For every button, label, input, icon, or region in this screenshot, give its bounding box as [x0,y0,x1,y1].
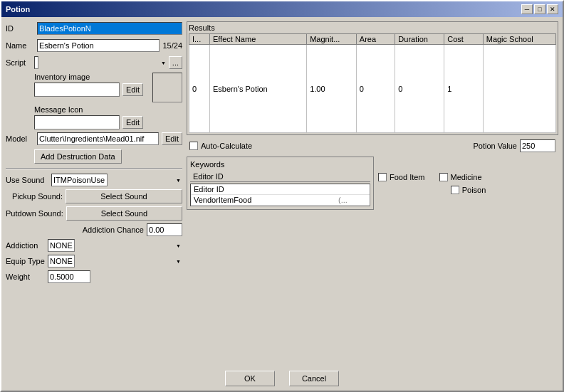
result-effect: Esbern's Potion [209,45,306,133]
results-col-effect: Effect Name [209,34,306,45]
keywords-col-editor-id: Editor ID [193,172,325,181]
use-sound-label: Use Sound [6,176,48,184]
addiction-label: Addiction [6,241,45,250]
putdown-sound-label: Putdown Sound: [6,209,63,218]
result-school [483,45,555,133]
results-group: Results I... Effect Name Magnit... Area … [187,21,558,135]
message-section: Message Icon Edit [6,105,182,129]
name-count: 15/24 [162,41,182,50]
table-row[interactable]: 0 Esbern's Potion 1.00 0 0 1 [189,45,556,133]
results-col-cost: Cost [444,34,483,45]
addiction-chance-input[interactable] [147,223,182,236]
keywords-col-extra [339,172,367,181]
name-row: Name 15/24 [6,38,182,53]
checkboxes-panel: Food Item Medicine Poison [378,157,558,210]
id-row: ID [6,21,182,36]
script-browse-button[interactable]: ... [169,56,182,69]
putdown-sound-button[interactable]: Select Sound [66,206,182,221]
script-row: Script ... [6,55,182,70]
keywords-title: Keywords [190,160,370,169]
cancel-button[interactable]: Cancel [289,371,339,386]
inventory-label: Inventory image [34,73,150,81]
right-panel: Results I... Effect Name Magnit... Area … [187,21,558,362]
message-label: Message Icon [34,105,182,114]
maximize-button[interactable]: □ [534,4,545,14]
auto-calc-row: Auto-Calculate Potion Value [187,138,558,154]
potion-value-row: Potion Value [473,139,555,152]
window-controls: ─ □ ✕ [521,4,558,14]
use-sound-dropdown-wrapper: ITMPoisonUse [51,174,182,186]
results-table: I... Effect Name Magnit... Area Duration… [189,33,556,133]
keyword-vendor-food: VendorItemFood [194,196,324,204]
addiction-chance-label: Addiction Chance [83,226,144,234]
footer: OK Cancel [1,366,563,391]
results-col-dur: Duration [395,34,444,45]
equip-type-row: Equip Type NONE [6,255,182,267]
inventory-image-input[interactable] [34,83,120,97]
id-label: ID [6,24,34,33]
food-item-checkbox-item: Food Item [378,173,425,181]
equip-type-label: Equip Type [6,257,45,265]
keywords-list[interactable]: Editor ID VendorItemFood (... [190,184,370,206]
medicine-checkbox[interactable] [439,173,448,181]
keywords-header: Editor ID [190,171,370,182]
id-input[interactable] [37,22,182,35]
potion-value-input[interactable] [520,139,555,152]
poison-checkbox-item: Poison [451,186,486,194]
window-content: ID Name 15/24 Script ... Inventory i [1,17,563,366]
food-item-label: Food Item [390,173,425,181]
title-bar: Potion ─ □ ✕ [1,1,563,17]
script-dropdown-wrapper [34,56,167,69]
message-icon-input[interactable] [34,115,120,129]
medicine-label: Medicine [451,173,482,181]
name-label: Name [6,41,34,50]
addiction-dropdown-row: Addiction NONE [6,239,182,252]
result-area: 0 [356,45,395,133]
putdown-sound-row: Putdown Sound: Select Sound [6,206,182,221]
keyword-val [338,185,367,194]
addiction-dropdown[interactable]: NONE [48,239,75,252]
list-item[interactable]: VendorItemFood (... [191,195,370,206]
results-col-school: Magic School [483,34,555,45]
minimize-button[interactable]: ─ [521,4,533,14]
inventory-left: Inventory image Edit [6,73,150,97]
inventory-image-preview [152,73,182,102]
name-input[interactable] [37,39,160,52]
keyword-vendor-food-val: (... [338,196,367,204]
weight-input[interactable] [48,270,90,283]
auto-calc-checkbox[interactable] [189,142,198,150]
add-destruction-button[interactable]: Add Destruction Data [34,149,122,164]
left-panel: ID Name 15/24 Script ... Inventory i [6,21,182,362]
pickup-sound-label: Pickup Sound: [6,192,63,201]
weight-label: Weight [6,272,45,281]
potion-dialog: Potion ─ □ ✕ ID Name 15/24 Script [0,0,564,392]
equip-type-dropdown[interactable]: NONE [48,255,75,267]
script-dropdown[interactable] [34,56,38,69]
inventory-input-row: Edit [34,83,150,97]
use-sound-row: Use Sound ITMPoisonUse [6,174,182,186]
message-edit-button[interactable]: Edit [122,116,143,129]
model-input[interactable] [37,132,159,145]
keyword-editor-id: Editor ID [194,185,324,194]
poison-label: Poison [462,186,486,194]
ok-button[interactable]: OK [225,371,275,386]
model-row: Model Edit [6,132,182,145]
result-i: 0 [189,45,210,133]
list-item[interactable]: Editor ID [191,184,370,195]
results-col-area: Area [356,34,395,45]
close-button[interactable]: ✕ [547,4,558,14]
inventory-edit-button[interactable]: Edit [122,83,143,96]
inventory-section: Inventory image Edit [6,73,182,102]
results-col-mag: Magnit... [307,34,357,45]
use-sound-dropdown[interactable]: ITMPoisonUse [51,174,108,186]
results-col-i: I... [189,34,210,45]
auto-calc-label: Auto-Calculate [201,142,252,150]
keywords-section: Keywords Editor ID Editor ID VendorItemF… [187,157,374,210]
poison-checkbox[interactable] [451,186,459,194]
model-edit-button[interactable]: Edit [162,132,182,145]
pickup-sound-button[interactable]: Select Sound [66,189,182,203]
addiction-dropdown-wrapper: NONE [48,239,182,252]
message-input-row: Edit [34,115,182,129]
potion-value-label: Potion Value [473,142,517,150]
food-item-checkbox[interactable] [378,173,387,181]
